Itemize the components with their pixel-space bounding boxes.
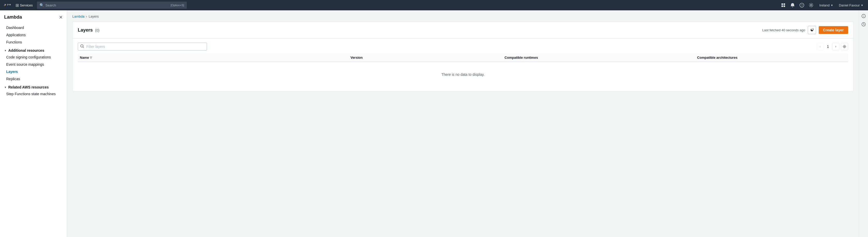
sidebar-title: Lambda (4, 15, 22, 20)
pagination-controls: ‹ 1 › (816, 43, 848, 50)
main-content: Lambda › Layers Layers (0) Last fetched … (67, 10, 859, 237)
services-label: Services (20, 3, 33, 7)
svg-rect-3 (783, 5, 785, 7)
filter-layers-input[interactable] (78, 43, 207, 50)
sidebar-section-related-aws[interactable]: ▼ Related AWS resources (0, 82, 67, 90)
breadcrumb-current: Layers (89, 15, 99, 18)
filter-input-wrapper (78, 43, 207, 50)
section-chevron-icon: ▼ (4, 49, 7, 52)
search-icon: 🔍 (39, 3, 44, 7)
svg-text:i: i (863, 15, 864, 18)
svg-rect-0 (781, 3, 783, 5)
sidebar-header: Lambda ✕ (0, 15, 67, 24)
sidebar-section-additional-resources[interactable]: ▼ Additional resources (0, 46, 67, 54)
sidebar-item-dashboard[interactable]: Dashboard (0, 24, 67, 31)
layers-table: Name ▽ Version Compatible runtimes (78, 54, 848, 87)
search-input[interactable] (45, 3, 169, 7)
card-header: Layers (0) Last fetched 40 seconds ago C… (72, 22, 853, 38)
svg-rect-1 (783, 3, 785, 5)
help-icon-button[interactable]: ? (798, 1, 806, 9)
apps-icon-button[interactable] (779, 1, 787, 9)
create-layer-button[interactable]: Create layer (819, 26, 848, 34)
app-layout: Lambda ✕ Dashboard Applications Function… (0, 10, 868, 237)
table-body: There is no data to display. (78, 62, 848, 87)
filter-search-icon (80, 45, 84, 49)
aws-logo[interactable] (3, 3, 11, 8)
section-chevron-icon-2: ▼ (4, 86, 7, 89)
region-label: Ireland (819, 3, 830, 7)
no-data-message: There is no data to display. (78, 62, 848, 87)
column-header-runtimes: Compatible runtimes (501, 54, 694, 62)
search-bar[interactable]: 🔍 [Option+S] (37, 2, 187, 9)
breadcrumb-separator: › (86, 15, 87, 18)
refresh-icon (810, 28, 814, 32)
layers-count: (0) (95, 28, 99, 32)
svg-point-6 (810, 4, 812, 6)
table-settings-button[interactable] (841, 43, 848, 50)
column-header-version: Version (347, 54, 501, 62)
user-chevron-icon: ▼ (861, 4, 863, 7)
breadcrumb: Lambda › Layers (72, 15, 854, 18)
layers-card: Layers (0) Last fetched 40 seconds ago C… (72, 22, 854, 91)
card-body: ‹ 1 › (72, 38, 853, 91)
svg-rect-2 (781, 5, 783, 7)
sidebar-item-functions[interactable]: Functions (0, 38, 67, 46)
region-selector[interactable]: Ireland ▼ (818, 2, 835, 8)
page-title: Layers (0) (78, 27, 99, 33)
services-menu-button[interactable]: ⊞ Services (14, 2, 34, 9)
user-name-label: Daniel Favour (839, 3, 860, 7)
top-navigation: ⊞ Services 🔍 [Option+S] ? Ireland ▼ Dani… (0, 0, 868, 10)
notification-icon-button[interactable] (788, 1, 797, 9)
table-settings-icon (843, 45, 846, 48)
no-data-row: There is no data to display. (78, 62, 848, 87)
region-chevron-icon: ▼ (831, 4, 833, 7)
sidebar-close-button[interactable]: ✕ (59, 15, 63, 20)
next-page-button[interactable]: › (832, 43, 839, 50)
right-panel: i (859, 10, 868, 237)
column-header-name: Name ▽ (78, 54, 347, 62)
sidebar-section-label-related: Related AWS resources (8, 85, 49, 89)
card-header-right: Last fetched 40 seconds ago Create layer (762, 26, 848, 34)
sidebar-item-applications[interactable]: Applications (0, 31, 67, 38)
sidebar-item-event-source[interactable]: Event source mappings (0, 61, 67, 68)
search-shortcut: [Option+S] (171, 4, 184, 7)
svg-point-8 (844, 46, 845, 47)
right-panel-clock-button[interactable] (860, 21, 867, 28)
sort-icon-name[interactable]: ▽ (90, 56, 92, 59)
last-fetched-text: Last fetched 40 seconds ago (762, 28, 805, 32)
right-panel-info-button[interactable]: i (860, 12, 867, 20)
refresh-button[interactable] (808, 26, 816, 34)
sidebar-section-label-additional: Additional resources (8, 48, 44, 53)
filter-row: ‹ 1 › (78, 43, 848, 50)
nav-icons-group: ? (779, 1, 815, 9)
breadcrumb-lambda-link[interactable]: Lambda (72, 15, 85, 18)
sidebar: Lambda ✕ Dashboard Applications Function… (0, 10, 67, 237)
sidebar-item-step-functions[interactable]: Step Functions state machines (0, 90, 67, 98)
svg-text:?: ? (801, 4, 802, 7)
page-number: 1 (826, 45, 831, 49)
column-header-arch: Compatible architectures (694, 54, 848, 62)
table-header-row: Name ▽ Version Compatible runtimes (78, 54, 848, 62)
table-header: Name ▽ Version Compatible runtimes (78, 54, 848, 62)
user-menu[interactable]: Daniel Favour ▼ (837, 2, 865, 8)
prev-page-button[interactable]: ‹ (816, 43, 824, 50)
card-title-group: Layers (0) (78, 27, 99, 33)
settings-icon-button[interactable] (807, 1, 815, 9)
sidebar-item-replicas[interactable]: Replicas (0, 75, 67, 82)
sidebar-item-code-signing[interactable]: Code signing configurations (0, 54, 67, 61)
sidebar-item-layers[interactable]: Layers (0, 68, 67, 75)
